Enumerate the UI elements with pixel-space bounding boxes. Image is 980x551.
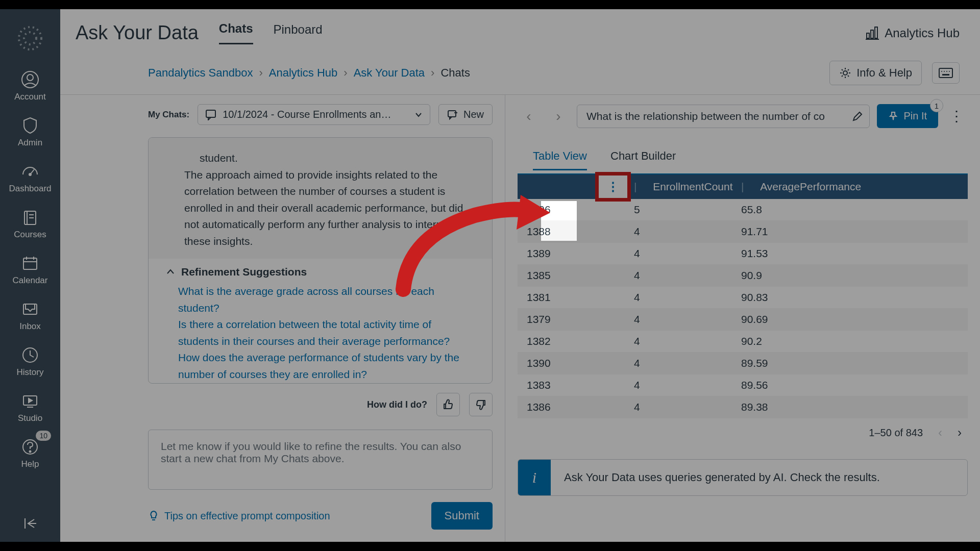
svg-point-27 xyxy=(843,71,847,75)
nav-label: Studio xyxy=(18,413,42,423)
chat-selector[interactable]: 10/1/2024 - Course Enrollments and Stu xyxy=(198,104,430,125)
tab-chart-builder[interactable]: Chart Builder xyxy=(610,149,676,170)
new-chat-button[interactable]: New xyxy=(438,104,493,125)
result-menu-button[interactable]: ⋮ xyxy=(945,108,968,124)
nav-calendar[interactable]: Calendar xyxy=(0,249,60,293)
suggestion-link[interactable]: How does the average performance of stud… xyxy=(172,349,475,383)
nav-inbox[interactable]: Inbox xyxy=(0,295,60,339)
suggestion-link[interactable]: Is there a correlation between the total… xyxy=(172,316,475,349)
nav-courses[interactable]: Courses xyxy=(0,203,60,247)
thumbs-down-button[interactable] xyxy=(469,393,493,416)
crumb-link[interactable]: Pandalytics Sandbox xyxy=(148,66,253,80)
query-display[interactable]: What is the relationship between the num… xyxy=(577,105,870,128)
chat-input[interactable]: Let me know if you would like to refine … xyxy=(148,430,493,490)
cell-avg: 91.53 xyxy=(732,247,968,260)
svg-point-30 xyxy=(944,71,945,72)
info-help-label: Info & Help xyxy=(856,66,912,80)
pager-range: 1–50 of 843 xyxy=(869,427,923,439)
table-row[interactable]: 1388491.71 xyxy=(518,220,968,243)
cell-id: 1386 xyxy=(518,401,625,413)
nav-label: Courses xyxy=(14,230,46,240)
gear-icon xyxy=(839,67,851,79)
results-table: | EnrollmentCount | AveragePerformance ⋮… xyxy=(518,173,968,418)
ai-fragment: student. xyxy=(184,150,475,167)
tab-pinboard[interactable]: Pinboard xyxy=(274,22,323,44)
pin-label: Pin It xyxy=(903,110,927,122)
svg-rect-23 xyxy=(867,33,869,38)
info-icon: i xyxy=(518,460,551,495)
column-header[interactable]: EnrollmentCount xyxy=(653,181,732,193)
breadcrumb: Pandalytics Sandbox› Analytics Hub› Ask … xyxy=(148,66,829,80)
table-row[interactable]: 1390489.59 xyxy=(518,352,968,374)
edit-query-button[interactable] xyxy=(852,111,863,122)
cell-avg: 91.71 xyxy=(732,226,968,238)
info-help-button[interactable]: Info & Help xyxy=(829,61,922,85)
table-row[interactable]: 1382490.2 xyxy=(518,331,968,352)
nav-history[interactable]: History xyxy=(0,341,60,385)
pin-icon xyxy=(888,111,898,121)
nav-collapse[interactable] xyxy=(0,509,60,542)
cell-id: 1385 xyxy=(518,269,625,282)
svg-rect-10 xyxy=(23,258,37,269)
ai-paragraph: The approach aimed to provide insights r… xyxy=(184,167,475,250)
selected-chat-title: 10/1/2024 - Course Enrollments and Stu xyxy=(223,109,396,120)
prev-query-button[interactable]: ‹ xyxy=(518,105,540,128)
app-title: Ask Your Data xyxy=(76,22,199,44)
query-text: What is the relationship between the num… xyxy=(586,110,825,122)
table-pager: 1–50 of 843 ‹ › xyxy=(518,425,968,440)
hub-link-label: Analytics Hub xyxy=(885,26,960,40)
pin-count-badge: 1 xyxy=(930,99,943,112)
cell-avg: 89.59 xyxy=(732,357,968,369)
refinement-toggle[interactable]: Refinement Suggestions xyxy=(166,266,475,278)
ai-response-card: student. The approach aimed to provide i… xyxy=(148,137,493,384)
analytics-hub-link[interactable]: Analytics Hub xyxy=(865,26,960,40)
table-row[interactable]: 1385490.9 xyxy=(518,264,968,287)
tips-link[interactable]: Tips on effective prompt composition xyxy=(148,510,330,522)
highlight-annotation: ⋮ xyxy=(595,172,631,202)
app-logo[interactable] xyxy=(14,22,46,54)
cell-enroll: 4 xyxy=(625,269,732,282)
crumb-link[interactable]: Analytics Hub xyxy=(269,66,338,80)
svg-point-29 xyxy=(941,71,942,72)
column-header[interactable]: AveragePerformance xyxy=(760,181,861,193)
tab-chats[interactable]: Chats xyxy=(219,21,253,44)
nav-account[interactable]: Account xyxy=(0,65,60,109)
svg-point-31 xyxy=(946,71,947,72)
column-menu-button[interactable]: ⋮ xyxy=(599,176,627,198)
cell-id: 1379 xyxy=(518,313,625,325)
topbar: Ask Your Data Chats Pinboard Analytics H… xyxy=(60,9,980,44)
suggestion-link[interactable]: What is the average grade across all cou… xyxy=(172,283,475,316)
crumb-current: Chats xyxy=(440,66,470,80)
keyboard-button[interactable] xyxy=(932,62,960,84)
table-row[interactable]: 1379490.69 xyxy=(518,308,968,331)
svg-marker-17 xyxy=(29,398,32,403)
nav-help[interactable]: Help xyxy=(0,433,60,477)
table-row[interactable]: 1389491.53 xyxy=(518,243,968,264)
table-row[interactable]: 1383489.56 xyxy=(518,374,968,396)
table-row[interactable]: 1106565.8 xyxy=(518,199,968,220)
thumbs-up-button[interactable] xyxy=(436,393,460,416)
table-row[interactable]: 1386489.38 xyxy=(518,396,968,418)
pager-next-button[interactable]: › xyxy=(958,425,962,440)
chat-input-placeholder: Let me know if you would like to refine … xyxy=(161,440,461,464)
submit-button[interactable]: Submit xyxy=(431,502,493,530)
pager-prev-button[interactable]: ‹ xyxy=(938,425,942,440)
my-chats-label: My Chats: xyxy=(148,110,189,120)
svg-point-0 xyxy=(19,27,41,49)
crumb-link[interactable]: Ask Your Data xyxy=(354,66,425,80)
feedback-prompt: How did I do? xyxy=(367,399,427,410)
nav-dashboard[interactable]: Dashboard xyxy=(0,157,60,201)
nav-studio[interactable]: Studio xyxy=(0,387,60,431)
next-query-button[interactable]: › xyxy=(547,105,570,128)
cell-enroll: 4 xyxy=(625,379,732,391)
lightbulb-icon xyxy=(148,510,159,521)
thumbs-up-icon xyxy=(442,398,454,411)
cell-enroll: 4 xyxy=(625,291,732,304)
pin-it-button[interactable]: Pin It 1 xyxy=(877,104,938,128)
svg-point-5 xyxy=(29,173,31,176)
cell-enroll: 4 xyxy=(625,357,732,369)
tab-table-view[interactable]: Table View xyxy=(533,149,587,170)
table-row[interactable]: 1381490.83 xyxy=(518,287,968,308)
nav-admin[interactable]: Admin xyxy=(0,111,60,155)
svg-rect-33 xyxy=(942,74,949,76)
